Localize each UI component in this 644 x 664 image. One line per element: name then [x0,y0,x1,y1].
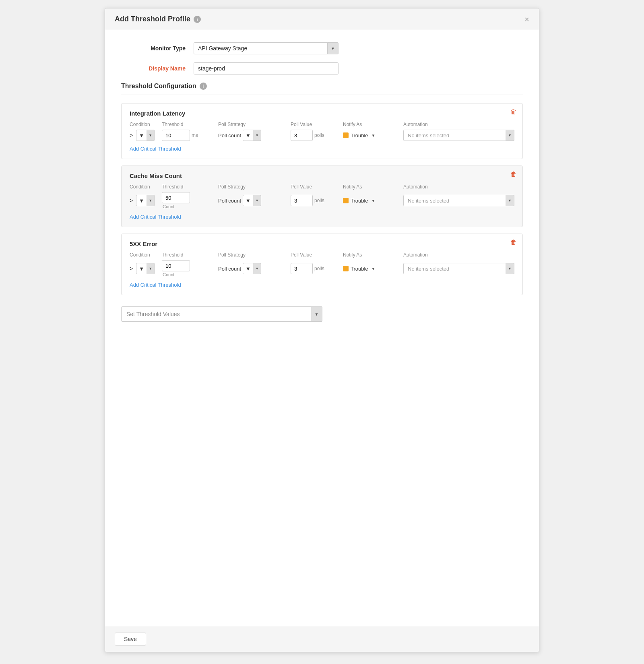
set-threshold-select[interactable]: Set Threshold Values [121,306,322,322]
condition-select-0[interactable]: ▼ [136,130,155,141]
modal-container: Add Threshold Profile i × Monitor Type A… [105,8,539,652]
automation-select-wrap-1: No items selected ▼ [403,195,514,206]
poll-value-cell-1: polls [291,195,343,206]
trouble-badge-2: Trouble [343,266,368,272]
condition-cell-2: > ▼ ▼ [130,263,162,274]
threshold-config-section: Threshold Configuration i Integration La… [121,83,523,295]
set-threshold-select-wrap: Set Threshold Values ▼ [121,306,322,322]
poll-value-input-1[interactable] [291,195,313,206]
automation-select-1[interactable]: No items selected [403,195,514,206]
col-header-notify-1: Notify As [343,184,403,190]
trouble-text-0: Trouble [351,132,368,139]
monitor-type-select[interactable]: API Gateway Stage [194,42,339,54]
poll-strategy-cell-1: Poll count ▼ ▼ [218,195,291,206]
automation-cell-2: No items selected ▼ [403,263,514,274]
title-info-icon[interactable]: i [194,16,201,23]
poll-strategy-select-0[interactable]: ▼ [243,130,261,141]
threshold-cell-0: ms [162,130,218,141]
notify-dropdown-btn-0[interactable]: ▼ [371,133,376,138]
display-name-label: Display Name [121,65,194,72]
col-header-automation-0: Automation [403,122,514,127]
condition-select-wrap-1: ▼ ▼ [136,195,155,206]
col-headers-1: Condition Threshold Poll Strategy Poll V… [130,184,514,190]
poll-strategy-cell-2: Poll count ▼ ▼ [218,263,291,274]
col-header-poll-value-0: Poll Value [291,122,343,127]
poll-strategy-select-1[interactable]: ▼ [243,195,261,206]
threshold-row-0: > ▼ ▼ ms [130,130,514,141]
condition-select-1[interactable]: ▼ [136,195,155,206]
automation-select-2[interactable]: No items selected [403,263,514,274]
poll-strategy-cell-0: Poll count ▼ ▼ [218,130,291,141]
block-title-5xx-error: 5XX Error [130,240,514,247]
modal-title-text: Add Threshold Profile [115,15,190,23]
delete-5xx-error-button[interactable]: 🗑 [510,239,517,246]
monitor-type-row: Monitor Type API Gateway Stage ▼ [121,42,523,54]
threshold-cell-2: Count [162,260,218,277]
poll-strategy-select-2[interactable]: ▼ [243,263,261,274]
display-name-input[interactable] [194,62,339,74]
monitor-type-label: Monitor Type [121,45,194,52]
section-info-icon[interactable]: i [200,83,207,90]
poll-value-input-0[interactable] [291,130,313,141]
col-header-poll-value-2: Poll Value [291,252,343,258]
condition-select-wrap-0: ▼ ▼ [136,130,155,141]
trouble-badge-1: Trouble [343,198,368,204]
threshold-sub-2: Count [162,272,218,277]
notify-dropdown-btn-2[interactable]: ▼ [371,267,376,271]
threshold-sub-1: Count [162,204,218,209]
save-button[interactable]: Save [115,633,146,645]
notify-cell-1: Trouble ▼ [343,198,403,204]
trouble-color-0 [343,132,349,138]
poll-strategy-text-0: Poll count [218,132,241,139]
threshold-unit-0: ms [192,132,198,138]
automation-select-0[interactable]: No items selected [403,130,514,141]
delete-integration-latency-button[interactable]: 🗑 [510,108,517,116]
condition-cell-1: > ▼ ▼ [130,195,162,206]
add-critical-threshold-btn-0[interactable]: Add Critical Threshold [130,143,181,152]
condition-select-2[interactable]: ▼ [136,263,155,274]
modal-title-area: Add Threshold Profile i [115,15,201,23]
add-critical-threshold-btn-1[interactable]: Add Critical Threshold [130,211,181,220]
notify-cell-0: Trouble ▼ [343,132,403,139]
threshold-row-2: > ▼ ▼ Count [130,260,514,277]
add-critical-threshold-btn-2[interactable]: Add Critical Threshold [130,279,181,288]
col-header-notify-0: Notify As [343,122,403,127]
poll-unit-1: polls [314,198,324,203]
poll-strategy-text-2: Poll count [218,266,241,272]
col-header-threshold-2: Threshold [162,252,218,258]
threshold-block-cache-miss-count: Cache Miss Count 🗑 Condition Threshold P… [121,165,523,227]
threshold-input-2[interactable] [162,260,190,271]
modal-body: Monitor Type API Gateway Stage ▼ Display… [105,30,539,626]
gt-symbol-0: > [130,132,133,139]
col-header-threshold-0: Threshold [162,122,218,127]
trouble-text-1: Trouble [351,198,368,204]
col-header-poll-strategy-2: Poll Strategy [218,252,291,258]
col-header-poll-value-1: Poll Value [291,184,343,190]
close-button[interactable]: × [524,15,529,23]
trouble-text-2: Trouble [351,266,368,272]
poll-value-cell-2: polls [291,263,343,274]
block-title-integration-latency: Integration Latency [130,110,514,117]
threshold-input-row-2 [162,260,218,271]
poll-value-input-2[interactable] [291,263,313,274]
trouble-color-2 [343,266,349,271]
set-threshold-row: Set Threshold Values ▼ [121,306,523,322]
threshold-input-0[interactable] [162,130,190,141]
col-header-automation-1: Automation [403,184,514,190]
col-header-condition-1: Condition [130,184,162,190]
col-header-notify-2: Notify As [343,252,403,258]
monitor-type-select-wrapper: API Gateway Stage ▼ [194,42,339,54]
block-title-cache-miss-count: Cache Miss Count [130,172,514,179]
poll-strategy-select-wrap-2: ▼ ▼ [243,263,261,274]
threshold-input-1[interactable] [162,192,190,203]
col-header-condition-2: Condition [130,252,162,258]
delete-cache-miss-count-button[interactable]: 🗑 [510,171,517,178]
threshold-input-row-0: ms [162,130,218,141]
col-header-threshold-1: Threshold [162,184,218,190]
section-title-row: Threshold Configuration i [121,83,523,95]
trouble-badge-0: Trouble [343,132,368,139]
condition-cell-0: > ▼ ▼ [130,130,162,141]
poll-strategy-select-wrap-1: ▼ ▼ [243,195,261,206]
col-header-condition-0: Condition [130,122,162,127]
notify-dropdown-btn-1[interactable]: ▼ [371,199,376,203]
